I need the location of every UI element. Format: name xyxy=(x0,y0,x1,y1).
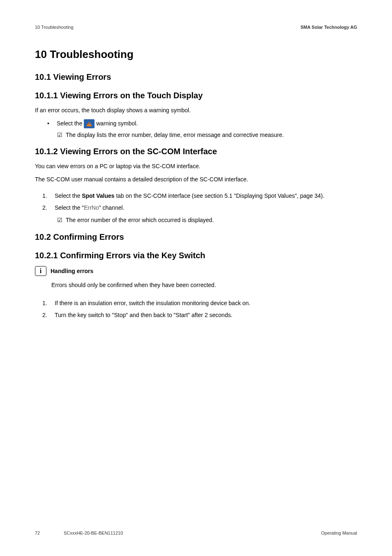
step-1: 1. Select the Spot Values tab on the SC-… xyxy=(42,192,357,201)
step-number: 2. xyxy=(42,311,55,320)
header-breadcrumb: 10 Troubleshooting xyxy=(35,25,74,30)
step-number: 2. xyxy=(42,204,55,213)
bullet-item: • Select the warning symbol. xyxy=(47,119,357,128)
info-title: Handling errors xyxy=(51,268,93,274)
confirm-step-1: 1. If there is an insulation error, swit… xyxy=(42,299,357,308)
paragraph-1: You can view errors on a PC or laptop vi… xyxy=(35,162,357,171)
bullet-text-suffix: warning symbol. xyxy=(96,119,138,128)
check-icon: ☑ xyxy=(57,131,62,140)
info-box: i Handling errors xyxy=(35,266,357,276)
result-text: The display lists the error number, dela… xyxy=(66,131,284,140)
intro-text: If an error occurs, the touch display sh… xyxy=(35,106,357,115)
step-number: 1. xyxy=(42,299,55,308)
step-1-content: Select the Spot Values tab on the SC-COM… xyxy=(55,192,357,201)
step-2-mono: ErrNo xyxy=(84,204,99,211)
paragraph-2: The SC-COM user manual contains a detail… xyxy=(35,175,357,184)
step-1-bold: Spot Values xyxy=(82,192,114,199)
result-line: ☑ The display lists the error number, de… xyxy=(57,131,357,140)
bullet-marker: • xyxy=(47,119,49,128)
result-line-2: ☑ The error number of the error which oc… xyxy=(57,216,357,225)
bullet-text-prefix: Select the xyxy=(57,119,82,128)
info-body: Errors should only be confirmed when the… xyxy=(51,281,357,290)
header-company: SMA Solar Technology AG xyxy=(300,25,357,30)
confirm-step-2-text: Turn the key switch to "Stop" and then b… xyxy=(55,311,357,320)
step-2-text-b: " channel. xyxy=(99,204,125,211)
result-text-2: The error number of the error which occu… xyxy=(66,216,214,225)
check-icon: ☑ xyxy=(57,216,62,225)
section-10-1-2-heading: 10.1.2 Viewing Errors on the SC-COM Inte… xyxy=(35,147,357,156)
step-1-text-a: Select the xyxy=(55,192,82,199)
footer-doc-id: SCxxxHE-20-BE-BEN111210 xyxy=(64,531,123,535)
section-10-2-heading: 10.2 Confirming Errors xyxy=(35,232,357,242)
step-2-content: Select the "ErrNo" channel. xyxy=(55,204,357,213)
page-header: 10 Troubleshooting SMA Solar Technology … xyxy=(35,25,357,30)
section-10-2-1-heading: 10.2.1 Confirming Errors via the Key Swi… xyxy=(35,251,357,260)
footer-manual-label: Operating Manual xyxy=(321,531,357,535)
warning-icon xyxy=(84,119,95,128)
step-1-text-b: tab on the SC-COM interface (see section… xyxy=(115,192,325,199)
step-2-text-a: Select the " xyxy=(55,204,84,211)
page-footer: 72 SCxxxHE-20-BE-BEN111210 Operating Man… xyxy=(35,531,357,535)
section-10-1-heading: 10.1 Viewing Errors xyxy=(35,72,357,82)
confirm-step-1-text: If there is an insulation error, switch … xyxy=(55,299,357,308)
info-icon: i xyxy=(35,266,46,276)
section-10-1-1-heading: 10.1.1 Viewing Errors on the Touch Displ… xyxy=(35,91,357,100)
step-number: 1. xyxy=(42,192,55,201)
chapter-title: 10 Troubleshooting xyxy=(35,48,357,61)
step-2: 2. Select the "ErrNo" channel. xyxy=(42,204,357,213)
confirm-step-2: 2. Turn the key switch to "Stop" and the… xyxy=(42,311,357,320)
footer-page-number: 72 xyxy=(35,531,40,535)
